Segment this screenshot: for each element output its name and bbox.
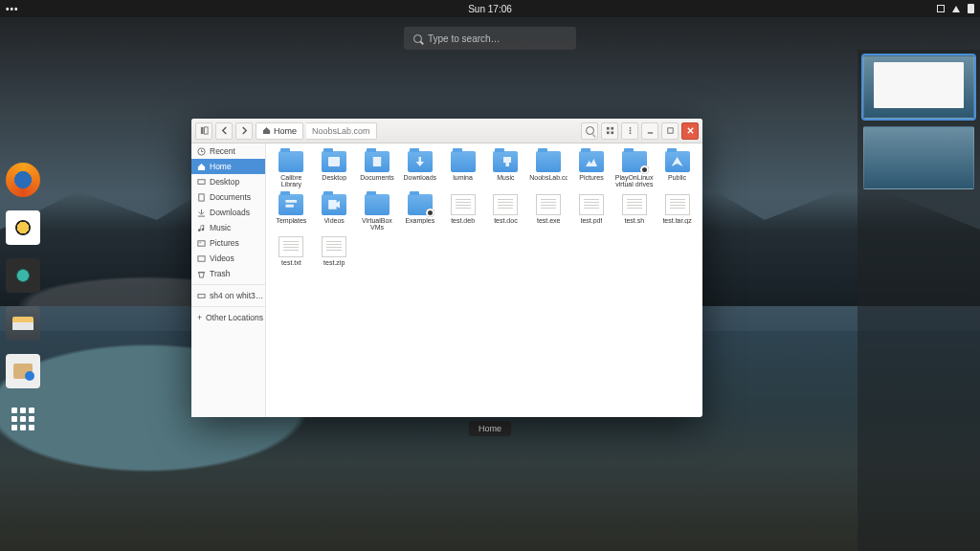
sidebar-mount[interactable]: sh4 on whit3… ▲ [191,288,265,303]
dock-software[interactable] [6,354,40,388]
item-label: Videos [324,217,345,224]
file-item[interactable]: test.exe [527,192,570,233]
svg-rect-16 [198,255,205,260]
volume-icon[interactable] [952,6,960,12]
folder-item[interactable]: PlayOnLinux's virtual drives [612,149,656,190]
sidebar-music[interactable]: Music [191,220,265,235]
minimize-button[interactable] [641,122,658,140]
item-label: VirtualBox VMs [358,217,396,231]
file-item[interactable]: test.pdf [570,192,613,233]
folder-item[interactable]: Public [656,149,699,190]
folder-item[interactable]: NoobsLab.com [527,149,570,190]
item-label: lumina [453,174,473,181]
file-item[interactable]: test.doc [484,192,527,233]
window-caption: Home [469,421,511,436]
folder-icon [278,151,303,172]
item-label: NoobsLab.com [529,174,568,181]
file-icon [622,194,647,215]
folder-icon [322,194,346,215]
sidebar-toggle-button[interactable] [195,122,212,140]
workspace-1[interactable] [863,55,974,119]
item-label: PlayOnLinux's virtual drives [615,174,654,188]
folder-item[interactable]: Pictures [570,149,613,190]
folder-icon [579,151,604,172]
svg-rect-1 [204,127,208,134]
view-toggle-button[interactable] [601,122,618,140]
folder-icon [665,151,690,172]
desktop-icon [197,178,206,187]
dock-camera[interactable] [6,258,40,293]
workspace-2[interactable] [863,126,974,189]
pictures-icon [197,239,206,248]
battery-icon[interactable] [968,4,974,13]
home-icon [262,126,271,135]
sidebar-pictures[interactable]: Pictures [191,235,265,251]
folder-item[interactable]: Music [484,149,527,190]
svg-rect-2 [606,127,609,130]
item-label: test.tar.gz [662,217,691,224]
screen-icon[interactable] [937,5,945,12]
overview-search[interactable]: Type to search… [404,27,576,50]
svg-point-15 [199,241,200,242]
folder-item[interactable]: Documents [356,149,399,190]
dock-rhythmbox[interactable] [6,210,40,245]
search-button[interactable] [581,122,598,140]
item-label: test.sh [624,217,644,224]
folder-item[interactable]: Templates [270,192,313,233]
svg-point-6 [629,127,631,129]
folder-item[interactable]: VirtualBox VMs [356,192,399,233]
file-item[interactable]: test.sh [612,192,656,233]
pathbar-home[interactable]: Home [256,122,303,140]
pathbar-segment[interactable]: NoobsLab.com [306,122,377,140]
folder-icon [365,194,390,215]
item-label: Public [668,174,686,181]
clock-label[interactable]: Sun 17:06 [468,4,512,14]
sidebar-desktop[interactable]: Desktop [191,174,265,189]
files-window: Home NoobsLab.com Recent [191,119,702,417]
svg-rect-3 [611,127,613,130]
dock-show-apps[interactable] [6,402,40,436]
sidebar-other-locations[interactable]: + Other Locations [191,310,265,325]
maximize-button[interactable] [661,122,679,140]
item-label: test.pdf [581,217,603,224]
trash-icon [197,270,206,278]
forward-button[interactable] [235,122,253,140]
sidebar-documents[interactable]: Documents [191,189,265,205]
dock-files[interactable] [6,306,40,341]
file-item[interactable]: test.txt [270,234,313,268]
item-label: Examples [405,217,434,224]
file-icon [665,194,690,215]
folder-item[interactable]: Downloads [398,149,441,190]
back-button[interactable] [215,122,233,140]
search-placeholder: Type to search… [428,33,501,44]
sidebar-videos[interactable]: Videos [191,251,265,266]
documents-icon [197,193,206,202]
gnome-top-bar: ••• Sun 17:06 [0,0,980,17]
folder-item[interactable]: Desktop [313,149,356,190]
workspace-switcher [858,50,980,551]
close-button[interactable] [681,122,699,140]
file-item[interactable]: test.zip [313,234,356,268]
folder-item[interactable]: Calibre Library [270,149,313,190]
folder-icon [536,151,561,172]
menu-button[interactable] [621,122,638,140]
svg-rect-17 [198,294,205,298]
file-icon [278,236,303,257]
folder-item[interactable]: Videos [313,192,356,233]
files-icon-view[interactable]: Calibre LibraryDesktopDocumentsDownloads… [266,143,702,417]
file-item[interactable]: test.tar.gz [656,192,699,233]
item-label: test.doc [494,217,518,224]
folder-item[interactable]: lumina [441,149,484,190]
svg-point-7 [629,130,631,132]
item-label: Music [497,174,514,181]
music-icon [197,224,206,232]
sidebar-recent[interactable]: Recent [191,143,265,159]
dock-firefox[interactable] [6,163,40,197]
folder-item[interactable]: Examples [398,192,441,233]
files-sidebar: Recent Home Desktop Documents Downloads [191,143,266,417]
sidebar-home[interactable]: Home [191,159,265,174]
sidebar-downloads[interactable]: Downloads [191,205,265,220]
file-item[interactable]: test.deb [441,192,484,233]
sidebar-trash[interactable]: Trash [191,266,265,281]
activities-button[interactable]: ••• [6,4,19,14]
